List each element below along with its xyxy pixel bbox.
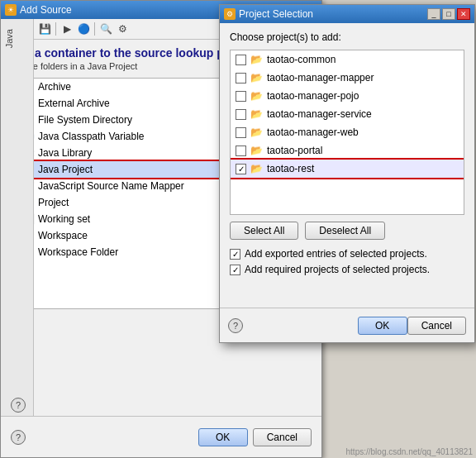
project-item-web[interactable]: 📂 taotao-manager-web [231,123,464,141]
project-item-pojo[interactable]: 📂 taotao-manager-pojo [231,87,464,105]
dialog-titlebar: ⚙ Project Selection _ □ ✕ [220,5,474,23]
java-library-label: Java Library [38,147,92,159]
watermark: https://blog.csdn.net/qq_40113821 [343,446,476,458]
dialog-prompt: Choose project(s) to add: [230,31,464,43]
option-required-label: Add required projects of selected projec… [245,264,430,275]
checkbox-web[interactable] [236,127,246,138]
side-panel: Java [1,19,34,457]
checkbox-common[interactable] [236,55,246,65]
deselect-all-button[interactable]: Deselect All [305,222,385,240]
help-button-mid[interactable]: ? [11,398,26,413]
checkbox-mapper[interactable] [236,73,246,83]
window-title: Add Source [20,4,72,16]
workspace-label: Workspace [38,230,88,241]
folder-icon-web: 📂 [250,126,263,138]
project-name-common: taotao-common [267,54,336,65]
working-set-label: Working set [38,213,90,225]
checkbox-exported[interactable]: ✓ [230,249,240,260]
dialog-help-button[interactable]: ? [228,318,243,333]
folder-icon-service: 📂 [250,108,263,120]
project-name-portal: taotao-portal [267,145,322,156]
save-icon[interactable]: 💾 [37,21,52,36]
dialog-close-button[interactable]: ✕ [457,8,470,20]
project-selection-dialog: ⚙ Project Selection _ □ ✕ Choose project… [219,4,475,343]
checkbox-rest[interactable]: ✓ [236,164,246,174]
option-required: ✓ Add required projects of selected proj… [230,264,464,275]
project-name-mapper: taotao-manager-mapper [267,72,374,83]
classpath-label: Java Classpath Variable [38,131,145,142]
project-name-rest: taotao-rest [267,163,314,174]
checkbox-portal[interactable] [236,146,246,156]
cancel-button-main[interactable]: Cancel [253,428,312,446]
folder-icon-portal: 📂 [250,145,263,156]
run-icon[interactable]: ▶ [60,21,74,36]
folder-icon-pojo: 📂 [250,90,263,102]
search-icon[interactable]: 🔍 [98,21,113,36]
project-item-service[interactable]: 📂 taotao-manager-service [231,105,464,123]
external-archive-label: External Archive [38,98,110,109]
titlebar-left: ☀ Add Source [5,4,72,16]
option-exported: ✓ Add exported entries of selected proje… [230,248,464,260]
checkbox-pojo[interactable] [236,91,246,102]
option-exported-label: Add exported entries of selected project… [245,248,427,260]
ok-button-main[interactable]: OK [198,428,248,446]
project-label: Project [38,197,69,208]
dialog-cancel-button[interactable]: Cancel [407,317,466,335]
debug-icon[interactable]: 🔵 [76,21,91,36]
checkbox-required[interactable]: ✓ [230,265,240,275]
archive-label: Archive [38,81,71,93]
java-project-label: Java Project [38,164,93,175]
window-icon: ☀ [5,4,17,16]
folder-icon-common: 📂 [250,54,263,65]
checkbox-service[interactable] [236,109,246,120]
settings-icon[interactable]: ⚙ [115,21,130,36]
workspace-folder-label: Workspace Folder [38,246,118,258]
dialog-titlebar-buttons: _ □ ✕ [427,8,470,20]
folder-icon-rest: 📂 [250,163,263,174]
toolbar-separator2 [94,22,95,36]
dialog-title: Project Selection [239,8,313,20]
project-name-service: taotao-manager-service [267,108,372,120]
help-button-bottom[interactable]: ? [11,430,26,445]
file-system-label: File System Directory [38,114,132,126]
mid-bottom: ? [1,394,321,416]
dialog-minimize-button[interactable]: _ [427,8,440,20]
project-item-portal[interactable]: 📂 taotao-portal [231,141,464,160]
dialog-bottom-bar: ? OK Cancel [220,308,474,342]
project-name-pojo: taotao-manager-pojo [267,90,359,102]
project-item-mapper[interactable]: 📂 taotao-manager-mapper [231,69,464,87]
select-all-button[interactable]: Select All [230,222,298,240]
dialog-content: Choose project(s) to add: 📂 taotao-commo… [220,23,474,288]
folder-icon-mapper: 📂 [250,72,263,83]
project-name-web: taotao-manager-web [267,126,359,138]
dialog-action-buttons: Select All Deselect All [230,222,464,240]
js-mapper-label: JavaScript Source Name Mapper [38,180,184,192]
main-bottom-bar: ? OK Cancel [1,416,321,457]
project-item-common[interactable]: 📂 taotao-common [231,50,464,69]
project-item-rest[interactable]: ✓ 📂 taotao-rest [231,160,464,178]
project-list[interactable]: 📂 taotao-common 📂 taotao-manager-mapper … [230,50,464,215]
dialog-titlebar-left: ⚙ Project Selection [224,8,313,20]
side-tab-java[interactable]: Java [1,22,17,55]
dialog-icon: ⚙ [224,8,236,20]
dialog-maximize-button[interactable]: □ [442,8,455,20]
dialog-ok-button[interactable]: OK [358,317,407,335]
toolbar-separator [55,22,56,36]
